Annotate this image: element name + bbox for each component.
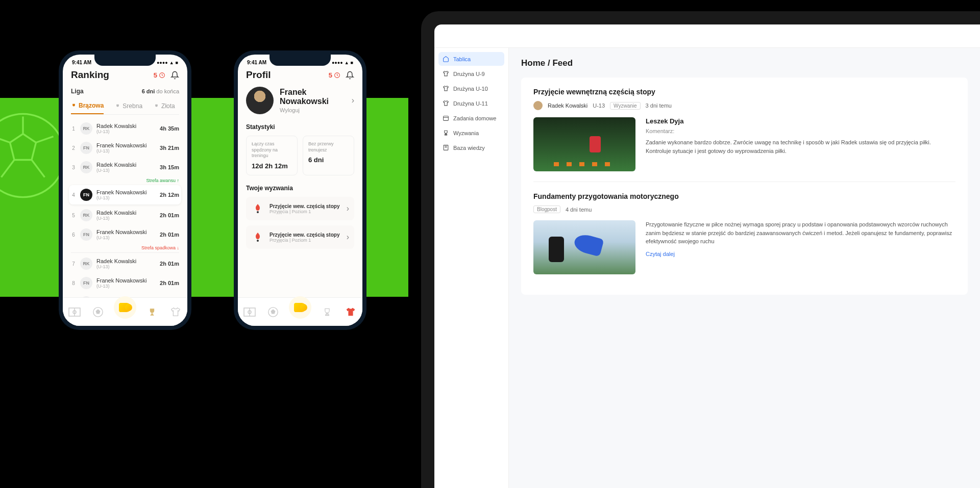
- rank-avatar: FN: [80, 277, 92, 289]
- stat-value: 12d 2h 12m: [252, 162, 292, 170]
- author-name: Radek Kowalski: [548, 102, 587, 109]
- rank-avatar: RK: [80, 209, 92, 221]
- ranking-list: 1 RK Radek Kowalski (U-13) 4h 35m 2 FN F…: [71, 119, 179, 312]
- bottom-nav: [238, 297, 362, 326]
- rank-time: 4h 35m: [160, 125, 179, 132]
- sidebar-item-label: Drużyna U-11: [453, 100, 488, 107]
- svg-point-14: [257, 211, 259, 213]
- ranking-row[interactable]: 3 RK Radek Kowalski (U-13) 3h 15m: [71, 158, 179, 177]
- challenge-title: Przyjęcie wew. częścią stopy: [270, 203, 341, 209]
- rank-player-name: Franek Nowakowski: [96, 229, 156, 235]
- bell-icon[interactable]: [170, 71, 179, 80]
- sidebar-item-tablica[interactable]: Tablica: [438, 52, 504, 66]
- sidebar-item-wyzwania[interactable]: Wyzwania: [438, 126, 504, 140]
- nav-trophy[interactable]: [320, 304, 335, 320]
- home-icon: [443, 56, 449, 62]
- ranking-row[interactable]: 1 RK Radek Kowalski (U-13) 4h 35m: [71, 119, 179, 138]
- profile-name: FranekNowakowski: [280, 88, 346, 106]
- trophy-icon: [115, 104, 120, 109]
- league-tabs: Brązowa Srebna Złota: [71, 102, 179, 115]
- rank-player-team: (U-13): [96, 195, 156, 200]
- phone-notch: [270, 55, 331, 66]
- rank-position: 2: [71, 145, 76, 151]
- rank-avatar: RK: [80, 122, 92, 135]
- rank-time: 2h 01m: [160, 261, 179, 267]
- challenge-card[interactable]: Przyjęcie wew. częścią stopy Przyjęcia |…: [246, 197, 354, 220]
- nav-field[interactable]: [242, 304, 257, 320]
- ranking-row[interactable]: 6 FN Franek Nowakowski (U-13) 2h 01m: [71, 225, 179, 244]
- streak-indicator[interactable]: 5: [329, 71, 340, 79]
- rank-time: 2h 01m: [160, 212, 179, 218]
- svg-marker-12: [96, 310, 100, 313]
- nav-shirt[interactable]: [168, 304, 183, 320]
- rank-position: 4: [71, 192, 76, 198]
- league-label: Liga: [71, 88, 84, 95]
- wifi-icon: ▲: [345, 60, 349, 65]
- trophy-icon: [71, 103, 77, 109]
- tablet-topbar: [434, 24, 980, 48]
- read-more-link[interactable]: Czytaj dalej: [646, 251, 675, 257]
- calendar-icon: [443, 115, 449, 121]
- nav-whistle[interactable]: [289, 296, 311, 319]
- tab-silver[interactable]: Srebna: [115, 102, 142, 114]
- page-title: Home / Feed: [521, 58, 968, 68]
- post-type-badge: Wyzwanie: [610, 102, 640, 110]
- nav-whistle[interactable]: [114, 296, 136, 319]
- ranking-row[interactable]: 4 FN Franek Nowakowski (U-13) 2h 12m: [69, 185, 181, 204]
- ranking-row[interactable]: 8 FN Franek Nowakowski (U-13) 2h 01m: [71, 273, 179, 293]
- challenge-subtitle: Przyjęcia | Poziom 1: [270, 209, 341, 214]
- sidebar-item-zadania-domowe[interactable]: Zadania domowe: [438, 111, 504, 125]
- rank-position: 6: [71, 232, 76, 238]
- svg-line-5: [2, 160, 15, 177]
- post-thumbnail[interactable]: [533, 220, 635, 274]
- rank-player-name: Radek Kowalski: [96, 162, 156, 168]
- nav-shirt[interactable]: [343, 304, 358, 320]
- rank-player-team: (U-13): [96, 168, 156, 173]
- rank-position: 5: [71, 213, 76, 218]
- ranking-row[interactable]: 7 RK Radek Kowalski (U-13) 2h 01m: [71, 254, 179, 273]
- nav-ball[interactable]: [90, 304, 106, 320]
- rank-player-team: (U-13): [96, 216, 156, 221]
- stat-label: Łączy czas spędzony na treningu: [252, 141, 292, 159]
- tab-gold[interactable]: Złota: [154, 102, 175, 114]
- nav-trophy[interactable]: [144, 304, 160, 320]
- zone-promotion-label: Strefa awansu ↑: [71, 177, 179, 184]
- tablet-main: Home / Feed Przyjęcie wewnętrzną częścią…: [509, 48, 980, 488]
- sidebar-item-label: Wyzwania: [453, 130, 479, 136]
- nav-ball[interactable]: [265, 304, 281, 320]
- trophy-icon: [154, 104, 159, 109]
- challenges-section-title: Twoje wyzwania: [246, 185, 354, 192]
- rank-avatar: RK: [80, 161, 92, 173]
- bell-icon[interactable]: [346, 71, 354, 80]
- svg-marker-20: [271, 310, 275, 313]
- challenge-card[interactable]: Przyjęcie wew. częścią stopy Przyjęcia |…: [246, 225, 354, 249]
- sidebar-item-label: Baza wiedzy: [453, 145, 485, 151]
- svg-line-3: [36, 137, 54, 143]
- bottom-nav: [63, 297, 187, 326]
- sidebar-item-baza-wiedzy[interactable]: Baza wiedzy: [438, 141, 504, 155]
- sidebar-item-label: Drużyna U-10: [453, 86, 488, 92]
- rank-time: 3h 21m: [160, 145, 179, 151]
- sidebar-item-drużyna-u-11[interactable]: Drużyna U-11: [438, 96, 504, 110]
- sidebar-item-drużyna-u-9[interactable]: Drużyna U-9: [438, 67, 504, 81]
- challenge-icon: [251, 202, 264, 215]
- nav-field[interactable]: [67, 304, 82, 320]
- rank-avatar: FN: [80, 228, 92, 241]
- challenge-icon: [251, 230, 264, 244]
- trophy-icon: [443, 130, 449, 136]
- flame-icon: [334, 72, 340, 79]
- logout-link[interactable]: Wyloguj: [280, 107, 346, 113]
- ranking-row[interactable]: 2 FN Franek Nowakowski (U-13) 3h 21m: [71, 138, 179, 158]
- profile-header[interactable]: FranekNowakowski Wyloguj ›: [246, 87, 354, 114]
- streak-indicator[interactable]: 5: [154, 71, 165, 79]
- status-time: 9:41 AM: [247, 60, 266, 65]
- flame-icon: [159, 72, 165, 79]
- stat-value: 6 dni: [308, 156, 349, 164]
- wifi-icon: ▲: [169, 60, 174, 65]
- shirt-icon: [443, 85, 449, 92]
- ranking-row[interactable]: 5 RK Radek Kowalski (U-13) 2h 01m: [71, 206, 179, 225]
- tablet-sidebar: TablicaDrużyna U-9Drużyna U-10Drużyna U-…: [434, 48, 509, 488]
- sidebar-item-drużyna-u-10[interactable]: Drużyna U-10: [438, 82, 504, 95]
- post-thumbnail[interactable]: [533, 117, 635, 171]
- tab-bronze[interactable]: Brązowa: [71, 102, 104, 114]
